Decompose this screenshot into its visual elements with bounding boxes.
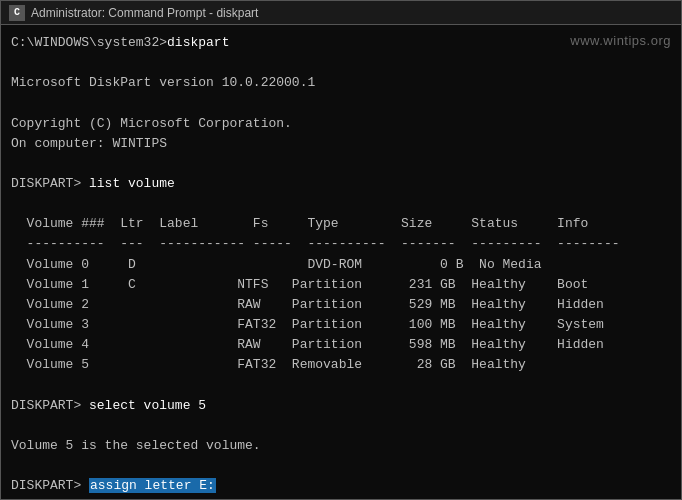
cmd-diskpart: diskpart	[167, 35, 229, 50]
line-computer: On computer: WINTIPS	[11, 134, 671, 154]
volume-divider: ---------- --- ----------- ----- -------…	[11, 234, 671, 254]
icon-letter: C	[14, 7, 20, 18]
empty-2	[11, 93, 671, 113]
volume-header: Volume ### Ltr Label Fs Type Size Status…	[11, 214, 671, 234]
cmd-list-volume: list volume	[89, 176, 175, 191]
titlebar-title: Administrator: Command Prompt - diskpart	[31, 6, 673, 20]
volume-5-row: Volume 5 FAT32 Removable 28 GB Healthy	[11, 355, 671, 375]
line-copyright: Copyright (C) Microsoft Corporation.	[11, 114, 671, 134]
terminal-area[interactable]: www.wintips.org C:\WINDOWS\system32>disk…	[1, 25, 681, 499]
empty-6	[11, 416, 671, 436]
titlebar: C Administrator: Command Prompt - diskpa…	[1, 1, 681, 25]
empty-4	[11, 194, 671, 214]
command-prompt-window: C Administrator: Command Prompt - diskpa…	[0, 0, 682, 500]
volume-0-row: Volume 0 D DVD-ROM 0 B No Media	[11, 255, 671, 275]
empty-7	[11, 456, 671, 476]
prompt-1: C:\WINDOWS\system32>	[11, 35, 167, 50]
volume-1-row: Volume 1 C NTFS Partition 231 GB Healthy…	[11, 275, 671, 295]
assign-cmd-highlighted: assign letter E:	[89, 478, 216, 493]
volume-4-row: Volume 4 RAW Partition 598 MB Healthy Hi…	[11, 335, 671, 355]
line-assign: DISKPART> assign letter E:	[11, 476, 671, 496]
prompt-3: DISKPART>	[11, 398, 89, 413]
version-text: Microsoft DiskPart version 10.0.22000.1	[11, 75, 315, 90]
cmd-select-volume: select volume 5	[89, 398, 206, 413]
empty-3	[11, 154, 671, 174]
line-select-volume: DISKPART> select volume 5	[11, 396, 671, 416]
prompt-2: DISKPART>	[11, 176, 89, 191]
volume-2-row: Volume 2 RAW Partition 529 MB Healthy Hi…	[11, 295, 671, 315]
watermark: www.wintips.org	[570, 33, 671, 48]
line-version: Microsoft DiskPart version 10.0.22000.1	[11, 73, 671, 93]
volume-3-row: Volume 3 FAT32 Partition 100 MB Healthy …	[11, 315, 671, 335]
line-list-volume: DISKPART> list volume	[11, 174, 671, 194]
empty-5	[11, 375, 671, 395]
prompt-4: DISKPART>	[11, 478, 89, 493]
line-selected-confirm: Volume 5 is the selected volume.	[11, 436, 671, 456]
window-icon: C	[9, 5, 25, 21]
empty-8	[11, 496, 671, 499]
empty-1	[11, 53, 671, 73]
